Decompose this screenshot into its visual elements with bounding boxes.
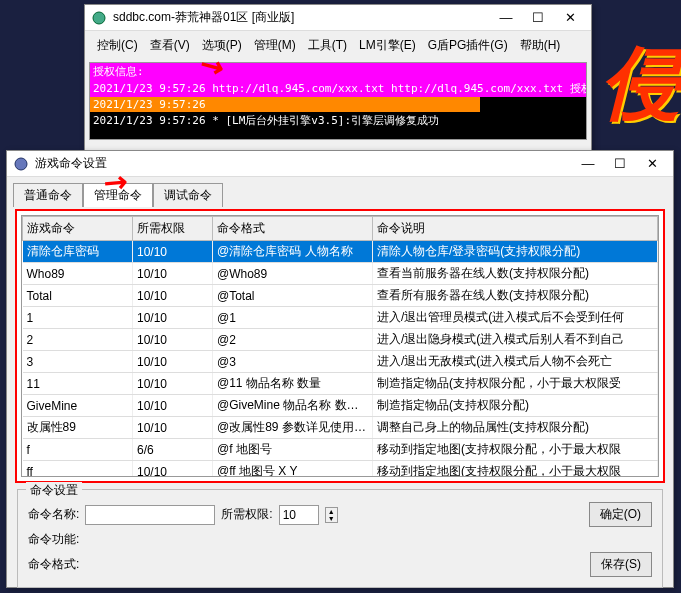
svg-point-1 [15, 158, 27, 170]
table-cell: 移动到指定地图(支持权限分配，小于最大权限 [373, 439, 658, 461]
table-cell: 10/10 [133, 329, 213, 351]
table-cell: 进入/退出隐身模式(进入模式后别人看不到自己 [373, 329, 658, 351]
table-cell: 11 [23, 373, 133, 395]
command-edit-group: 命令设置 命令名称: 所需权限: ▲▼ 确定(O) 命令功能: 命令格式: 保存… [17, 489, 663, 588]
table-cell: @Who89 [213, 263, 373, 285]
win1-menubar: 控制(C)查看(V)选项(P)管理(M)工具(T)LM引擎(E)G盾PG插件(G… [85, 31, 591, 60]
menu-item[interactable]: 帮助(H) [516, 35, 565, 56]
table-cell: GiveMine [23, 395, 133, 417]
table-cell: 10/10 [133, 373, 213, 395]
table-cell: 移动到指定地图(支持权限分配，小于最大权限 [373, 461, 658, 478]
menu-item[interactable]: 控制(C) [93, 35, 142, 56]
table-row[interactable]: f6/6@f 地图号移动到指定地图(支持权限分配，小于最大权限 [23, 439, 658, 461]
table-cell: 制造指定物品(支持权限分配，小于最大权限受 [373, 373, 658, 395]
log-panel: 授权信息: 2021/1/23 9:57:26 http://dlq.945.c… [89, 62, 587, 140]
table-cell: 10/10 [133, 417, 213, 439]
table-cell: Total [23, 285, 133, 307]
column-header[interactable]: 命令说明 [373, 217, 658, 241]
table-cell: f [23, 439, 133, 461]
table-cell: 10/10 [133, 241, 213, 263]
table-cell: @GiveMine 物品名称 数量 当 [213, 395, 373, 417]
win2-titlebar: 游戏命令设置 — ☐ ✕ [7, 151, 673, 177]
table-row[interactable]: Total10/10@Total查看所有服务器在线人数(支持权限分配) [23, 285, 658, 307]
table-cell: 制造指定物品(支持权限分配) [373, 395, 658, 417]
table-cell: @2 [213, 329, 373, 351]
log-line: 2021/1/23 9:57:26 [90, 97, 480, 112]
group-legend: 命令设置 [26, 482, 82, 499]
settings-icon [13, 156, 29, 172]
ok-button[interactable]: 确定(O) [589, 502, 652, 527]
highlight-box: 游戏命令所需权限命令格式命令说明 清除仓库密码10/10@清除仓库密码 人物名称… [15, 209, 665, 483]
table-row[interactable]: 改属性8910/10@改属性89 参数详见使用说明调整自己身上的物品属性(支持权… [23, 417, 658, 439]
log-line: 授权信息: [90, 63, 586, 80]
menu-item[interactable]: 工具(T) [304, 35, 351, 56]
table-row[interactable]: 清除仓库密码10/10@清除仓库密码 人物名称清除人物仓库/登录密码(支持权限分… [23, 241, 658, 263]
menu-item[interactable]: 管理(M) [250, 35, 300, 56]
table-cell: ff [23, 461, 133, 478]
menu-item[interactable]: 选项(P) [198, 35, 246, 56]
table-cell: @1 [213, 307, 373, 329]
tab-2[interactable]: 调试命令 [153, 183, 223, 207]
table-row[interactable]: ff10/10@ff 地图号 X Y移动到指定地图(支持权限分配，小于最大权限 [23, 461, 658, 478]
table-cell: 3 [23, 351, 133, 373]
table-cell: @ff 地图号 X Y [213, 461, 373, 478]
tab-strip: 普通命令管理命令调试命令 [7, 177, 673, 207]
perm-spinner[interactable]: ▲▼ [325, 507, 338, 523]
label-name: 命令名称: [28, 506, 79, 523]
table-cell: 10/10 [133, 461, 213, 478]
table-cell: 进入/退出无敌模式(进入模式后人物不会死亡 [373, 351, 658, 373]
log-line: 2021/1/23 9:57:26 http://dlq.945.com/xxx… [90, 80, 586, 97]
column-header[interactable]: 游戏命令 [23, 217, 133, 241]
minimize-button[interactable]: — [491, 8, 521, 28]
app-icon [91, 10, 107, 26]
column-header[interactable]: 所需权限 [133, 217, 213, 241]
command-settings-window: 游戏命令设置 — ☐ ✕ 普通命令管理命令调试命令 游戏命令所需权限命令格式命令… [6, 150, 674, 588]
maximize-button[interactable]: ☐ [523, 8, 553, 28]
table-row[interactable]: 1110/10@11 物品名称 数量制造指定物品(支持权限分配，小于最大权限受 [23, 373, 658, 395]
background-decoration: 侵 [601, 30, 681, 138]
table-cell: 2 [23, 329, 133, 351]
command-name-input[interactable] [85, 505, 215, 525]
close-button[interactable]: ✕ [555, 8, 585, 28]
table-cell: 10/10 [133, 351, 213, 373]
table-cell: @11 物品名称 数量 [213, 373, 373, 395]
table-cell: @改属性89 参数详见使用说明 [213, 417, 373, 439]
table-cell: 查看所有服务器在线人数(支持权限分配) [373, 285, 658, 307]
close-button[interactable]: ✕ [637, 154, 667, 174]
save-button[interactable]: 保存(S) [590, 552, 652, 577]
label-func: 命令功能: [28, 531, 79, 548]
table-cell: 进入/退出管理员模式(进入模式后不会受到任何 [373, 307, 658, 329]
table-cell: 查看当前服务器在线人数(支持权限分配) [373, 263, 658, 285]
table-row[interactable]: GiveMine10/10@GiveMine 物品名称 数量 当制造指定物品(支… [23, 395, 658, 417]
command-table-wrap: 游戏命令所需权限命令格式命令说明 清除仓库密码10/10@清除仓库密码 人物名称… [21, 215, 659, 477]
win2-title: 游戏命令设置 [35, 155, 573, 172]
column-header[interactable]: 命令格式 [213, 217, 373, 241]
perm-input[interactable] [279, 505, 319, 525]
log-line: 2021/1/23 9:57:26 * [LM后台外挂引擎v3.5]:引擎层调修… [90, 112, 586, 129]
table-row[interactable]: 110/10@1进入/退出管理员模式(进入模式后不会受到任何 [23, 307, 658, 329]
win1-title: sddbc.com-莽荒神器01区 [商业版] [113, 9, 491, 26]
table-cell: 10/10 [133, 307, 213, 329]
tab-0[interactable]: 普通命令 [13, 183, 83, 207]
maximize-button[interactable]: ☐ [605, 154, 635, 174]
table-cell: 改属性89 [23, 417, 133, 439]
table-cell: 清除仓库密码 [23, 241, 133, 263]
table-cell: 10/10 [133, 285, 213, 307]
menu-item[interactable]: G盾PG插件(G) [424, 35, 512, 56]
table-cell: 10/10 [133, 263, 213, 285]
minimize-button[interactable]: — [573, 154, 603, 174]
table-row[interactable]: Who8910/10@Who89查看当前服务器在线人数(支持权限分配) [23, 263, 658, 285]
command-table: 游戏命令所需权限命令格式命令说明 清除仓库密码10/10@清除仓库密码 人物名称… [22, 216, 658, 477]
table-cell: @Total [213, 285, 373, 307]
menu-item[interactable]: 查看(V) [146, 35, 194, 56]
menu-item[interactable]: LM引擎(E) [355, 35, 420, 56]
win1-titlebar: sddbc.com-莽荒神器01区 [商业版] — ☐ ✕ [85, 5, 591, 31]
table-row[interactable]: 210/10@2进入/退出隐身模式(进入模式后别人看不到自己 [23, 329, 658, 351]
main-app-window: sddbc.com-莽荒神器01区 [商业版] — ☐ ✕ 控制(C)查看(V)… [84, 4, 592, 164]
label-fmt: 命令格式: [28, 556, 79, 573]
table-cell: @清除仓库密码 人物名称 [213, 241, 373, 263]
table-cell: 10/10 [133, 395, 213, 417]
tab-1[interactable]: 管理命令 [83, 183, 153, 207]
table-cell: 6/6 [133, 439, 213, 461]
table-row[interactable]: 310/10@3进入/退出无敌模式(进入模式后人物不会死亡 [23, 351, 658, 373]
